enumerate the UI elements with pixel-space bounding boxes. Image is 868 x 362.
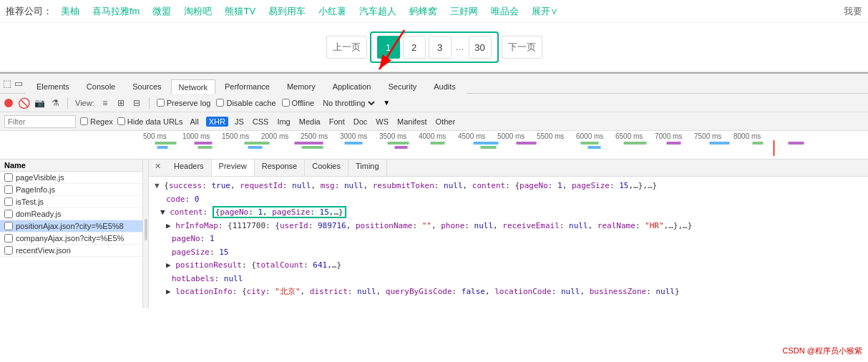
filter-icon[interactable]: ⚗ [50, 98, 60, 108]
json-expand-posresult[interactable]: ▶ [155, 260, 171, 270]
file-item-pageinfo[interactable]: PageInfo.js [0, 184, 142, 196]
detail-tab-preview[interactable]: Preview [212, 160, 255, 176]
view-waterfall-icon[interactable]: ⊟ [132, 98, 142, 108]
filter-ws[interactable]: WS [374, 117, 391, 127]
link-mafengwo[interactable]: 蚂蜂窝 [409, 5, 437, 18]
tl-label-3000: 3000 ms [340, 132, 379, 140]
file-checkbox-pageinfo[interactable] [4, 185, 13, 194]
disable-cache-label[interactable]: Disable cache [216, 99, 275, 107]
filter-input[interactable] [4, 115, 76, 128]
view-list-icon[interactable]: ≡ [100, 98, 110, 108]
detail-tab-headers[interactable]: Headers [167, 160, 212, 176]
file-item-positionajax[interactable]: positionAjax.json?city=%E5%8 [0, 220, 142, 233]
link-expand[interactable]: 展开∨ [532, 5, 558, 18]
link-taofenba[interactable]: 淘粉吧 [184, 5, 212, 18]
file-checkbox-domready[interactable] [4, 210, 13, 218]
json-text-1: {success: true, requestId: null, msg: nu… [164, 181, 657, 190]
svg-rect-3 [157, 146, 168, 149]
file-checkbox-pagevisible[interactable] [4, 173, 13, 182]
filter-doc[interactable]: Doc [351, 117, 370, 127]
file-item-companyajax[interactable]: companyAjax.json?city=%E5% [0, 233, 142, 245]
scrollbar-thumb [145, 219, 147, 240]
svg-rect-22 [753, 142, 764, 145]
regex-checkbox[interactable] [80, 117, 88, 125]
json-line-1: ▼ {success: true, requestId: null, msg: … [155, 180, 862, 193]
expand-arrow-1[interactable]: ▼ [155, 181, 160, 190]
json-expand-hrmap[interactable]: ▶ [155, 221, 171, 230]
device-icon[interactable]: ▭ [14, 78, 23, 89]
resize-handle[interactable] [143, 160, 149, 308]
file-checkbox-recentview[interactable] [4, 246, 13, 255]
json-line-8: hotLabels: null [155, 273, 862, 286]
filter-img[interactable]: Img [275, 117, 292, 127]
detail-tab-timing[interactable]: Timing [348, 160, 387, 176]
link-ximalaya[interactable]: 喜马拉雅fm [92, 5, 140, 18]
file-checkbox-positionajax[interactable] [4, 222, 13, 230]
filter-css[interactable]: CSS [250, 117, 271, 127]
detail-tab-cookies[interactable]: Cookies [305, 160, 348, 176]
filter-font[interactable]: Font [327, 117, 347, 127]
svg-rect-5 [198, 146, 213, 149]
file-checkbox-istest[interactable] [4, 197, 13, 206]
throttling-select[interactable]: No throttling [320, 98, 377, 108]
preserve-log-label[interactable]: Preserve log [157, 99, 211, 107]
throttling-dropdown-icon[interactable]: ▼ [383, 99, 390, 107]
disable-cache-text: Disable cache [226, 99, 275, 107]
tab-elements[interactable]: Elements [29, 79, 77, 94]
filter-other[interactable]: Other [434, 117, 458, 127]
tab-console[interactable]: Console [79, 79, 123, 94]
link-xiaohongshu[interactable]: 小红薯 [318, 5, 346, 18]
json-pageno: pageNo: 1 [155, 234, 215, 243]
link-automan[interactable]: 汽车超人 [359, 5, 396, 18]
link-pandatv[interactable]: 熊猫TV [225, 5, 255, 18]
tab-security[interactable]: Security [380, 79, 424, 94]
link-sanhao[interactable]: 三好网 [450, 5, 478, 18]
link-yidao[interactable]: 易到用车 [268, 5, 306, 18]
tab-network[interactable]: Network [171, 79, 215, 94]
filter-js[interactable]: JS [233, 117, 246, 127]
next-page-button[interactable]: 下一页 [502, 36, 542, 59]
page-30-button[interactable]: 30 [469, 36, 492, 59]
link-vip[interactable]: 唯品会 [491, 5, 519, 18]
tab-sources[interactable]: Sources [125, 79, 169, 94]
detail-tabs: ✕ Headers Preview Response Cookies Timin… [149, 160, 868, 177]
detail-tab-response[interactable]: Response [255, 160, 306, 176]
tab-application[interactable]: Application [325, 79, 379, 94]
link-weidian[interactable]: 微盟 [152, 5, 171, 18]
view-grid-icon[interactable]: ⊞ [116, 98, 126, 108]
filter-media[interactable]: Media [297, 117, 323, 127]
filter-xhr[interactable]: XHR [206, 117, 228, 127]
offline-checkbox[interactable] [282, 99, 290, 107]
detail-close-button[interactable]: ✕ [149, 160, 167, 176]
tab-audits[interactable]: Audits [426, 79, 464, 94]
tab-performance[interactable]: Performance [217, 79, 278, 94]
file-item-pagevisible[interactable]: pageVisible.js [0, 172, 142, 184]
tab-memory[interactable]: Memory [279, 79, 323, 94]
file-item-recentview[interactable]: recentView.json [0, 245, 142, 257]
hide-data-label[interactable]: Hide data URLs [117, 117, 183, 126]
json-expand-locinfo[interactable]: ▶ [155, 287, 171, 296]
clear-icon[interactable]: 🚫 [19, 98, 29, 108]
file-item-domready[interactable]: domReady.js [0, 208, 142, 220]
filter-manifest[interactable]: Manifest [395, 117, 429, 127]
hide-data-checkbox[interactable] [117, 117, 125, 125]
filter-all[interactable]: All [187, 117, 201, 127]
annotation-arrow [351, 26, 408, 77]
record-stop-icon[interactable] [4, 99, 13, 107]
tl-label-5000: 5000 ms [497, 132, 537, 140]
file-name-domready: domReady.js [16, 210, 61, 218]
regex-label[interactable]: Regex [80, 117, 113, 126]
disable-cache-checkbox[interactable] [216, 99, 224, 107]
json-expand-content[interactable]: ▼ [155, 207, 165, 217]
file-item-istest[interactable]: isTest.js [0, 196, 142, 208]
preserve-log-checkbox[interactable] [157, 99, 165, 107]
view-label: View: [75, 99, 94, 107]
link-meiyou[interactable]: 美柚 [61, 5, 79, 18]
inspect-icon[interactable]: ⬚ [3, 78, 11, 89]
page-3-button[interactable]: 3 [429, 36, 452, 59]
preserve-log-text: Preserve log [167, 99, 211, 107]
svg-rect-13 [431, 142, 445, 145]
file-checkbox-companyajax[interactable] [4, 234, 13, 243]
offline-label[interactable]: Offline [282, 99, 315, 107]
camera-icon[interactable]: 📷 [34, 98, 44, 108]
